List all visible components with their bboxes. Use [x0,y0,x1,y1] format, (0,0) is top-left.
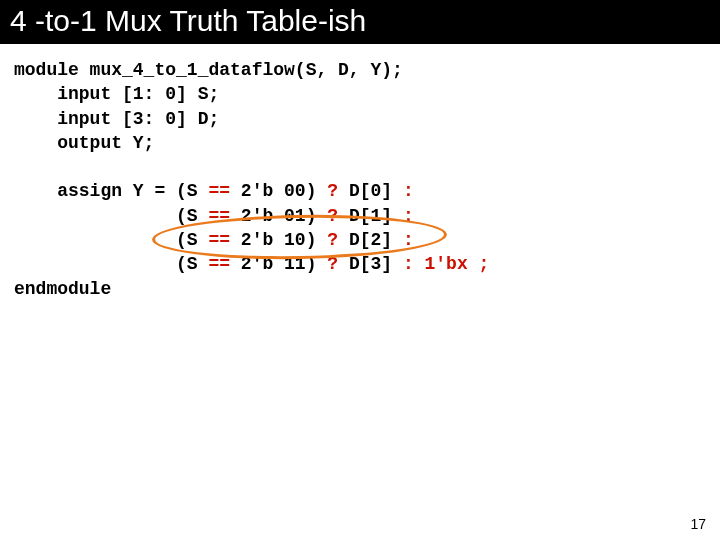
code-line-assign3: (S == 2'b 10) ? D[2] : [14,230,414,250]
code-line-input-s: input [1: 0] S; [14,84,219,104]
code-line-output: output Y; [14,133,154,153]
code-line-module: module mux_4_to_1_dataflow(S, D, Y); [14,60,403,80]
verilog-code-block: module mux_4_to_1_dataflow(S, D, Y); inp… [0,44,720,315]
code-line-input-d: input [3: 0] D; [14,109,219,129]
code-line-assign2: (S == 2'b 01) ? D[1] : [14,206,414,226]
code-line-endmodule: endmodule [14,279,111,299]
page-number: 17 [690,516,706,532]
slide-title: 4 -to-1 Mux Truth Table-ish [0,0,720,44]
code-line-assign1: assign Y = (S == 2'b 00) ? D[0] : [14,181,414,201]
code-line-assign4: (S == 2'b 11) ? D[3] : 1'bx ; [14,254,489,274]
